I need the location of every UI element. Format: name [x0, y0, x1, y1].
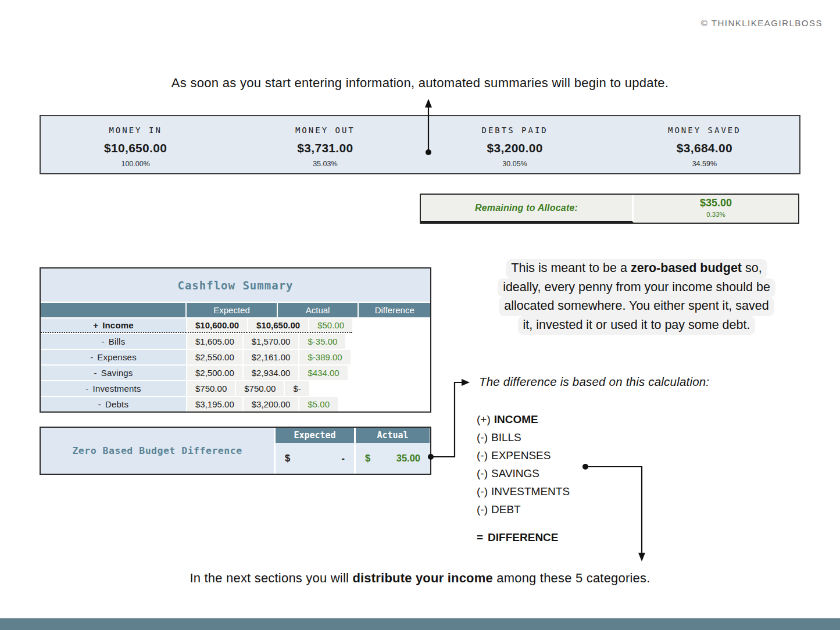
zero-based-actual-value-cell[interactable]: $35.00 [356, 443, 430, 474]
cashflow-header-expected: Expected [185, 303, 277, 317]
actual-cell[interactable]: $3,200.00 [242, 397, 299, 411]
paragraph-line: it, invested it or used it to pay some d… [518, 316, 756, 335]
row-label: -Bills [41, 334, 186, 349]
actual-cell[interactable]: $2,161.00 [242, 350, 299, 364]
summary-percent: 35.03% [230, 160, 420, 168]
paragraph-line: allocated somewhere. You either spent it… [499, 297, 774, 316]
currency-symbol: $ [256, 320, 261, 330]
actual-cell[interactable]: $750.00 [235, 381, 284, 396]
summary-debts-paid: DEBTS PAID $3,200.00 30.05% [420, 116, 610, 173]
paragraph-line: This is meant to be a zero-based budget … [506, 259, 767, 278]
calc-item-expenses: (-)EXPENSES [477, 446, 570, 464]
calculation-note: The difference is based on this calculat… [479, 375, 709, 389]
summary-money-saved: MONEY SAVED $3,684.00 34.59% [610, 116, 799, 173]
budget-tutorial-page: © THINKLIKEAGIRLBOSS As soon as you star… [0, 0, 840, 630]
difference-cell: $50.00 [308, 318, 352, 333]
currency-symbol: $ [308, 337, 312, 346]
actual-cell[interactable]: $1,570.00 [242, 334, 299, 349]
summary-value: $3,684.00 [610, 141, 799, 155]
currency-symbol: $ [308, 368, 312, 378]
expected-cell[interactable]: $2,500.00 [186, 366, 242, 380]
row-label: -Savings [41, 366, 186, 380]
summary-percent: 100.00% [41, 160, 230, 168]
currency-symbol: $ [252, 352, 256, 362]
table-row-bills[interactable]: -Bills $1,605.00 $1,570.00 $-35.00 [41, 333, 430, 349]
currency-symbol: $ [195, 320, 200, 330]
calc-item-debt: (-)DEBT [477, 500, 570, 518]
actual-cell[interactable]: $2,934.00 [242, 366, 299, 380]
page-headline: As soon as you start entering informatio… [0, 76, 840, 91]
expected-cell[interactable]: $3,195.00 [186, 397, 242, 411]
actual-cell[interactable]: $10,650.00 [247, 318, 308, 333]
summary-value: $3,731.00 [230, 141, 420, 155]
difference-cell: $5.00 [298, 397, 338, 411]
calc-result-difference: =DIFFERENCE [477, 528, 570, 546]
zero-based-expected-value-cell[interactable]: $- [276, 443, 354, 474]
currency-symbol: $ [317, 320, 322, 330]
difference-cell: $434.00 [298, 366, 347, 380]
summary-label: MONEY IN [41, 126, 230, 135]
summary-percent: 30.05% [420, 160, 610, 168]
zero-based-expected-header: Expected [276, 428, 354, 443]
remaining-label: Remaining to Allocate: [475, 203, 578, 213]
zero-based-label: Zero Based Budget Difference [72, 445, 242, 456]
remaining-value: $35.00 [634, 197, 798, 209]
currency-symbol: $ [308, 352, 312, 362]
summary-percent: 34.59% [610, 160, 799, 168]
zero-based-difference-table: Zero Based Budget Difference Expected $-… [40, 427, 431, 475]
summary-money-out: MONEY OUT $3,731.00 35.03% [230, 116, 420, 173]
cashflow-summary-table: Cashflow Summary Expected Actual Differe… [40, 267, 431, 413]
remaining-to-allocate-box: Remaining to Allocate: $35.00 0.33% [420, 194, 799, 224]
cashflow-header-difference: Difference [358, 303, 430, 317]
table-row-debts[interactable]: -Debts $3,195.00 $3,200.00 $5.00 [41, 396, 430, 411]
summary-value: $10,650.00 [41, 141, 230, 155]
cashflow-header-empty [41, 303, 185, 317]
cashflow-header-actual: Actual [277, 303, 358, 317]
expected-cell[interactable]: $10,600.00 [186, 318, 247, 333]
calc-item-bills: (-)BILLS [477, 428, 570, 446]
row-label: +Income [41, 318, 186, 333]
expected-cell[interactable]: $1,605.00 [186, 334, 242, 349]
summary-money-in: MONEY IN $10,650.00 100.00% [41, 116, 230, 173]
table-row-expenses[interactable]: -Expenses $2,550.00 $2,161.00 $-389.00 [41, 349, 430, 364]
table-row-savings[interactable]: -Savings $2,500.00 $2,934.00 $434.00 [41, 364, 430, 380]
currency-symbol: $ [293, 384, 298, 393]
currency-symbol: $ [244, 384, 249, 393]
calculation-list: (+)INCOME (-)BILLS (-)EXPENSES (-)SAVING… [477, 410, 570, 546]
expected-cell[interactable]: $750.00 [186, 381, 235, 396]
bottom-accent-bar [0, 618, 840, 630]
difference-cell: $-35.00 [298, 334, 345, 349]
currency-symbol: $ [252, 337, 256, 346]
arrow-table-to-note [428, 379, 470, 460]
cashflow-header-row: Expected Actual Difference [41, 302, 430, 317]
calc-item-savings: (-)SAVINGS [477, 464, 570, 482]
summary-value: $3,200.00 [420, 141, 610, 155]
currency-symbol: $ [195, 384, 200, 393]
difference-cell: $- [284, 381, 309, 396]
expected-cell[interactable]: $2,550.00 [186, 350, 242, 364]
row-label: -Debts [41, 397, 186, 411]
currency-symbol: $ [195, 337, 200, 346]
bottom-instruction: In the next sections you will distribute… [0, 571, 840, 586]
currency-symbol: $ [195, 368, 200, 378]
currency-symbol: $ [285, 453, 290, 464]
table-row-investments[interactable]: -Investments $750.00 $750.00 $- [41, 380, 430, 396]
currency-symbol: $ [252, 399, 256, 409]
calc-item-income: (+)INCOME [477, 410, 570, 428]
summary-label: MONEY OUT [230, 126, 420, 135]
difference-cell: $-389.00 [298, 350, 350, 364]
cashflow-title: Cashflow Summary [41, 269, 430, 302]
zero-based-expected-col: Expected $- [276, 428, 356, 474]
row-label: -Expenses [41, 350, 186, 364]
currency-symbol: $ [308, 399, 312, 409]
table-row-income[interactable]: +Income $10,600.00 $10,650.00 $50.00 [41, 317, 430, 333]
currency-symbol: $ [252, 368, 256, 378]
zero-based-paragraph: This is meant to be a zero-based budget … [462, 259, 811, 335]
calc-item-investments: (-)INVESTMENTS [477, 482, 570, 500]
row-label: -Investments [41, 381, 186, 396]
summary-label: MONEY SAVED [610, 126, 799, 135]
summary-label: DEBTS PAID [420, 126, 610, 135]
zero-based-actual-col: Actual $35.00 [356, 428, 430, 474]
arrow-calc-to-bottom [582, 464, 645, 561]
remaining-percent: 0.33% [634, 211, 798, 218]
